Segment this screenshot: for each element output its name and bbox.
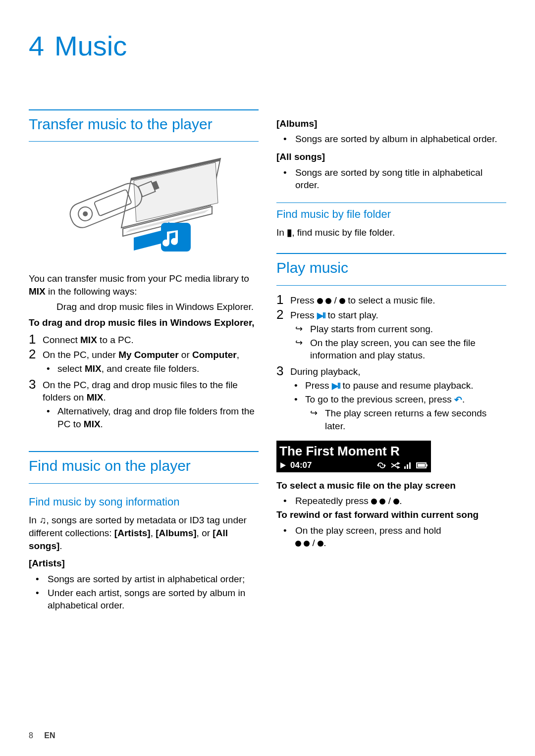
svg-rect-23 bbox=[418, 464, 425, 467]
dot-icon bbox=[317, 298, 323, 304]
section-play: Play music bbox=[276, 253, 506, 278]
dot-icon bbox=[393, 499, 399, 504]
page-number: 8 bbox=[29, 731, 33, 740]
allsongs-heading: [All songs] bbox=[276, 151, 506, 163]
chapter-name: Music bbox=[54, 30, 127, 61]
list-item: Under each artist, songs are sorted by a… bbox=[29, 587, 259, 612]
select-on-playscreen-heading: To select a music file on the play scree… bbox=[276, 479, 506, 492]
play-icon bbox=[279, 462, 286, 469]
step-body: On the PC, drag and drop music files to … bbox=[43, 377, 259, 432]
list-item: Songs are sorted by song title in alphab… bbox=[276, 166, 506, 192]
subsection-file-folder: Find music by file folder bbox=[276, 202, 506, 222]
list-item: To go to the previous screen, press ↶. T… bbox=[290, 393, 506, 433]
step-body: Press ▶II to start play. Play starts fro… bbox=[290, 307, 506, 363]
transfer-illustration bbox=[62, 149, 225, 262]
subsection-song-info: Find music by song information bbox=[29, 495, 259, 509]
play-steps: 1 Press / to select a music file. 2 Pres… bbox=[276, 293, 506, 434]
dot-icon bbox=[325, 298, 331, 304]
left-column: Transfer music to the player bbox=[29, 104, 259, 613]
svg-marker-16 bbox=[397, 462, 400, 465]
playscreen-time: 04:07 bbox=[290, 460, 312, 471]
folder-icon: ▮ bbox=[287, 226, 292, 239]
svg-marker-17 bbox=[397, 466, 400, 469]
playscreen-title: The First Moment R bbox=[279, 443, 428, 460]
step-number: 2 bbox=[276, 307, 290, 363]
play-pause-icon: ▶II bbox=[332, 381, 340, 392]
list-item: Songs are sorted by artist in alphabetic… bbox=[29, 573, 259, 586]
chapter-title: 4Music bbox=[29, 27, 506, 65]
albums-list: Songs are sorted by album in alphabetica… bbox=[276, 133, 506, 146]
dot-icon bbox=[371, 499, 377, 504]
svg-point-7 bbox=[82, 211, 89, 217]
play-pause-icon: ▶II bbox=[317, 310, 325, 322]
step-number: 2 bbox=[29, 347, 43, 376]
result-item: The play screen returns a few seconds la… bbox=[305, 407, 506, 432]
find-intro: In ♫, songs are sorted by metadata or ID… bbox=[29, 514, 259, 552]
albums-heading: [Albums] bbox=[276, 117, 506, 130]
dot-icon bbox=[379, 499, 385, 504]
chapter-number: 4 bbox=[29, 27, 54, 65]
list-item: Repeatedly press / . bbox=[276, 495, 506, 507]
artists-heading: [Artists] bbox=[29, 557, 259, 570]
svg-rect-19 bbox=[407, 464, 408, 469]
folder-text: In ▮, find music by file folder. bbox=[276, 226, 506, 239]
step-body: On the PC, under My Computer or Computer… bbox=[43, 347, 259, 376]
result-item: Play starts from current song. bbox=[290, 323, 506, 336]
music-note-icon: ♫ bbox=[39, 514, 46, 527]
svg-marker-13 bbox=[280, 462, 286, 468]
dot-icon bbox=[339, 298, 345, 304]
allsongs-list: Songs are sorted by song title in alphab… bbox=[276, 166, 506, 192]
manual-page: 4Music Transfer music to the player bbox=[0, 0, 535, 756]
step-number: 1 bbox=[29, 332, 43, 347]
transfer-intro: You can transfer music from your PC medi… bbox=[29, 272, 259, 298]
step-number: 3 bbox=[276, 364, 290, 434]
section-find: Find music on the player bbox=[29, 451, 259, 476]
section-transfer: Transfer music to the player bbox=[29, 109, 259, 135]
back-icon: ↶ bbox=[454, 394, 462, 406]
dot-icon bbox=[318, 541, 323, 547]
drag-drop-steps: 1 Connect MIX to a PC. 2 On the PC, unde… bbox=[29, 332, 259, 431]
transfer-method-1: Drag and drop music files in Windows Exp… bbox=[29, 301, 259, 313]
svg-rect-5 bbox=[67, 180, 145, 231]
artists-list: Songs are sorted by artist in alphabetic… bbox=[29, 573, 259, 612]
step-body: During playback, Press ▶II to pause and … bbox=[290, 364, 506, 434]
play-screen-mock: The First Moment R 04:07 bbox=[276, 441, 431, 472]
repeat-icon bbox=[376, 462, 386, 469]
dot-icon bbox=[295, 541, 301, 547]
list-item: On the play screen, press and hold / . bbox=[276, 524, 506, 550]
page-language: EN bbox=[44, 731, 55, 740]
rewind-ff-heading: To rewind or fast forward within current… bbox=[276, 508, 506, 521]
dot-icon bbox=[304, 541, 310, 547]
shuffle-icon bbox=[390, 462, 400, 469]
step-sub-bullet: select MIX, and create file folders. bbox=[43, 362, 259, 375]
volume-icon bbox=[404, 462, 412, 469]
list-item: Press ▶II to pause and resume playback. bbox=[290, 379, 506, 392]
list-item: Songs are sorted by album in alphabetica… bbox=[276, 133, 506, 146]
step-body: Press / to select a music file. bbox=[290, 293, 506, 307]
step-body: Connect MIX to a PC. bbox=[43, 332, 259, 347]
right-column: [Albums] Songs are sorted by album in al… bbox=[276, 116, 506, 613]
svg-rect-18 bbox=[404, 466, 406, 469]
svg-rect-22 bbox=[426, 464, 428, 466]
drag-drop-heading: To drag and drop music files in Windows … bbox=[29, 316, 259, 329]
step-number: 1 bbox=[276, 293, 290, 307]
step-sub-bullet: Alternatively, drag and drop file folder… bbox=[43, 405, 259, 430]
result-item: On the play screen, you can see the file… bbox=[290, 337, 506, 362]
step-number: 3 bbox=[29, 377, 43, 432]
page-footer: 8 EN bbox=[29, 730, 55, 741]
battery-icon bbox=[416, 462, 428, 469]
svg-rect-20 bbox=[409, 462, 411, 469]
svg-marker-3 bbox=[134, 162, 218, 222]
